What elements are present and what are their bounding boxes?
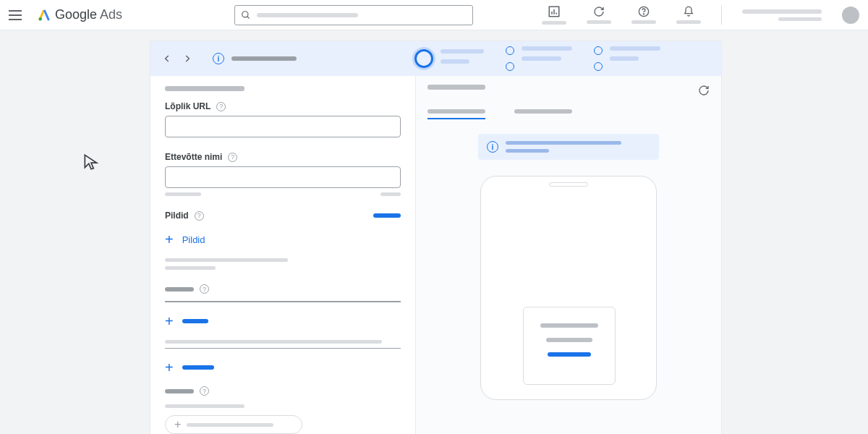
final-url-label: Lõplik URL xyxy=(165,101,210,111)
brand-text: Google Ads xyxy=(55,7,122,22)
preview-info-banner: i xyxy=(478,134,659,160)
ad-preview-card xyxy=(523,307,616,385)
stepper-step-2[interactable] xyxy=(506,46,572,71)
plus-icon: + xyxy=(165,314,174,328)
stepper-context-label xyxy=(231,56,297,61)
ad-editor-panel: i xyxy=(150,41,722,434)
header-separator xyxy=(721,6,722,25)
bell-icon xyxy=(683,6,694,17)
help-circle-icon xyxy=(638,6,650,17)
svg-point-0 xyxy=(39,17,43,21)
search-placeholder xyxy=(257,13,358,17)
preview-refresh-button[interactable] xyxy=(698,85,710,96)
plus-icon: + xyxy=(165,360,174,375)
plus-icon: + xyxy=(165,232,174,247)
search-input[interactable] xyxy=(234,5,473,25)
ad-preview-column: i xyxy=(416,76,721,434)
help-icon[interactable]: ? xyxy=(228,153,237,162)
preview-title xyxy=(427,85,485,90)
section-title xyxy=(165,86,244,91)
menu-hamburger-icon[interactable] xyxy=(9,7,26,24)
final-url-input[interactable] xyxy=(165,116,401,137)
refresh-icon xyxy=(593,6,605,17)
subsection-label xyxy=(165,389,194,393)
header-help-button[interactable] xyxy=(631,6,656,24)
refresh-icon xyxy=(698,85,710,96)
bar-chart-icon xyxy=(548,5,561,18)
preview-cta xyxy=(548,352,591,357)
svg-line-2 xyxy=(247,16,250,18)
help-icon[interactable]: ? xyxy=(195,211,204,221)
wizard-stepper: i xyxy=(150,41,721,76)
preview-tabs xyxy=(427,109,710,119)
subsection-label xyxy=(165,287,194,292)
plus-icon: + xyxy=(174,418,181,431)
help-icon[interactable]: ? xyxy=(200,386,209,396)
ad-form-column: Lõplik URL ? Ettevõtte nimi ? Pildid ? xyxy=(150,76,416,434)
preview-headline xyxy=(540,323,598,328)
images-label: Pildid xyxy=(165,210,189,221)
help-icon[interactable]: ? xyxy=(216,102,226,111)
account-switcher[interactable] xyxy=(742,9,822,21)
preview-description xyxy=(546,338,592,342)
info-icon[interactable]: i xyxy=(213,53,224,64)
help-icon[interactable]: ? xyxy=(200,284,209,294)
add-images-button[interactable]: + Pildid xyxy=(165,228,401,251)
stepper-forward-button[interactable] xyxy=(181,52,194,65)
app-header: Google Ads xyxy=(0,0,868,30)
header-notifications-button[interactable] xyxy=(676,6,701,24)
add-item-button-2[interactable]: + xyxy=(165,356,401,379)
stepper-back-button[interactable] xyxy=(161,52,174,65)
info-icon: i xyxy=(487,141,498,153)
add-chip-button[interactable]: + xyxy=(165,415,302,434)
business-name-input[interactable] xyxy=(165,166,401,188)
phone-speaker-icon xyxy=(549,182,588,187)
search-icon xyxy=(241,10,251,20)
header-reports-button[interactable] xyxy=(542,5,566,25)
stepper-step-3[interactable] xyxy=(594,46,660,71)
stepper-step-current[interactable] xyxy=(414,49,484,68)
preview-tab-1[interactable] xyxy=(427,109,485,119)
svg-point-1 xyxy=(242,11,248,17)
input-counter xyxy=(380,192,401,196)
google-ads-logo-icon xyxy=(38,9,51,22)
input-hint xyxy=(165,192,201,196)
cursor-icon xyxy=(82,153,101,171)
svg-point-8 xyxy=(643,14,644,14)
preview-tab-2[interactable] xyxy=(514,109,572,119)
user-avatar[interactable] xyxy=(842,7,859,24)
phone-preview-frame xyxy=(480,176,657,400)
add-images-label: Pildid xyxy=(182,234,205,245)
business-name-label: Ettevõtte nimi xyxy=(165,152,222,162)
images-action-link[interactable] xyxy=(373,213,401,218)
brand-logo[interactable]: Google Ads xyxy=(38,7,122,22)
add-item-button-1[interactable]: + xyxy=(165,310,401,333)
header-refresh-button[interactable] xyxy=(587,6,611,24)
